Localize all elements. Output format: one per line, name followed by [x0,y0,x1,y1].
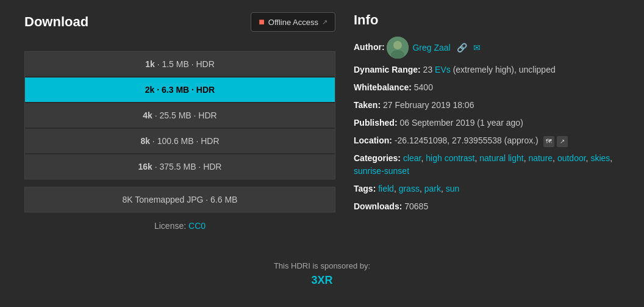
download-option-4k[interactable]: 4k · 25.5 MB · HDR [25,103,335,128]
tag-link-3[interactable]: sun [446,184,460,193]
dynamic-range-number: 23 [423,65,433,74]
downloads-label: Downloads: [354,201,402,211]
tonemapped-label: 8K Tonemapped JPG · 6.6 MB [123,195,238,204]
offline-access-button[interactable]: ■ Offline Access ↗ [251,12,335,32]
sponsor-text: This HDRI is sponsored by: [6,261,638,270]
dynamic-range-desc: (extremely high), unclipped [453,65,556,74]
tag-link-2[interactable]: park [424,184,441,193]
taken-value: 27 February 2019 18:06 [383,100,474,110]
download-title: Download [24,14,88,30]
categories-row: Categories: clear, high contrast, natura… [354,152,620,178]
offline-access-label: Offline Access [268,18,318,27]
category-link-3[interactable]: nature [528,153,553,163]
tag-link-0[interactable]: field [378,184,394,193]
downloads-value: 70685 [404,201,428,211]
tag-separator: , [420,184,424,193]
category-link-0[interactable]: clear [403,153,421,163]
location-row: Location: -26.12451098, 27.93955538 (app… [354,134,620,147]
category-link-2[interactable]: natural light [479,153,523,163]
license-prefix: License: [154,221,186,231]
author-avatar [387,37,409,59]
taken-label: Taken: [354,100,381,110]
license-text: License: CC0 [24,221,335,231]
category-link-5[interactable]: skies [590,153,610,163]
external-map-icon[interactable]: ↗ [557,136,568,147]
tag-link-1[interactable]: grass [399,184,420,193]
author-row: Author: Greg Zaal 🔗 ✉ [354,37,620,59]
published-row: Published: 06 September 2019 (1 year ago… [354,117,620,129]
whitebalance-label: Whitebalance: [354,82,412,92]
dynamic-range-label: Dynamic Range: [354,65,421,74]
footer-section: This HDRI is sponsored by: 3XR [0,255,644,293]
download-option-1k[interactable]: 1k · 1.5 MB · HDR [25,52,335,76]
category-link-4[interactable]: outdoor [557,153,586,163]
downloads-row: Downloads: 70685 [354,200,620,213]
author-label: Author: [354,42,385,52]
location-label: Location: [354,135,392,145]
download-option-16k[interactable]: 16k · 375.5 MB · HDR [25,154,335,179]
location-icons: 🗺 ↗ [543,136,568,147]
external-link-icon: ↗ [322,18,327,26]
whitebalance-row: Whitebalance: 5400 [354,81,620,94]
location-value: -26.12451098, 27.93955538 (approx.) [395,135,538,145]
patreon-icon: ■ [259,16,265,27]
author-email-icon[interactable]: ✉ [473,42,481,54]
download-options-list: 1k · 1.5 MB · HDR2k · 6.3 MB · HDR4k · 2… [24,51,335,179]
tags-label: Tags: [354,184,376,193]
author-profile-icon[interactable]: 🔗 [457,42,467,54]
tags-row: Tags: field, grass, park, sun [354,182,620,195]
whitebalance-value: 5400 [414,82,433,92]
category-link-1[interactable]: high contrast [426,153,474,163]
taken-row: Taken: 27 February 2019 18:06 [354,99,620,112]
license-link[interactable]: CC0 [188,221,206,231]
dynamic-range-row: Dynamic Range: 23 EVs (extremely high), … [354,63,620,76]
tonemapped-download-button[interactable]: 8K Tonemapped JPG · 6.6 MB [24,187,335,212]
svg-point-1 [393,41,402,49]
map-icon[interactable]: 🗺 [543,136,554,147]
download-option-8k[interactable]: 8k · 100.6 MB · HDR [25,129,335,153]
tag-separator: , [441,184,446,193]
published-label: Published: [354,118,398,128]
download-option-2k[interactable]: 2k · 6.3 MB · HDR [25,78,335,102]
tag-separator: , [394,184,399,193]
download-header: Download ■ Offline Access ↗ [24,12,335,42]
info-panel: Info Author: Greg Zaal 🔗 ✉ Dynamic Range… [354,12,620,231]
info-title: Info [354,12,620,28]
tags-list: field, grass, park, sun [378,184,459,193]
categories-label: Categories: [354,153,401,163]
category-link-6[interactable]: sunrise-sunset [354,166,409,176]
category-separator: , [553,153,557,163]
published-value: 06 September 2019 (1 year ago) [399,118,523,128]
author-name-link[interactable]: Greg Zaal [412,42,450,54]
download-panel: Download ■ Offline Access ↗ 1k · 1.5 MB … [24,12,335,231]
evs-link[interactable]: EVs [435,65,451,74]
category-separator: , [610,153,612,163]
sponsor-link[interactable]: 3XR [311,274,332,286]
